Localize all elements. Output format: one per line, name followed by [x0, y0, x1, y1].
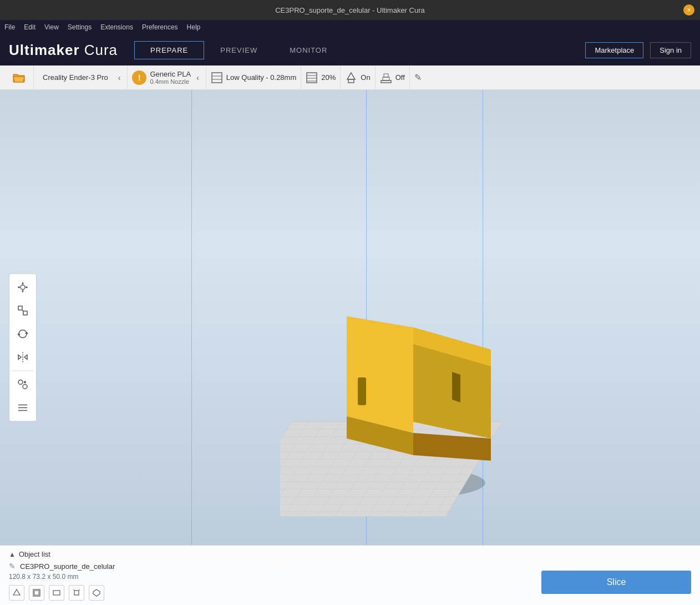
svg-line-49 [22, 310, 23, 311]
tab-monitor[interactable]: MONITOR [273, 41, 343, 59]
slice-button[interactable]: Slice [541, 571, 691, 594]
svg-marker-44 [22, 291, 24, 293]
menu-view[interactable]: View [44, 23, 59, 31]
right-view-icon [72, 588, 81, 597]
tab-preview[interactable]: PREVIEW [204, 41, 273, 59]
svg-rect-47 [18, 306, 22, 310]
object-name: CE3PRO_suporte_de_celular [20, 562, 115, 571]
svg-line-67 [79, 589, 80, 591]
printer-name: Creality Ender-3 Pro [38, 73, 113, 82]
material-info: Generic PLA 0.4mm Nozzle [150, 70, 191, 85]
tool-move[interactable] [12, 276, 34, 299]
mirror-icon [17, 351, 29, 364]
front-view-icon [52, 588, 61, 597]
scale-icon [17, 305, 29, 317]
guide-line-left [191, 90, 192, 605]
header-right: Marketplace Sign in [585, 42, 691, 58]
svg-marker-53 [18, 355, 21, 360]
infill-section: 20% [301, 65, 341, 89]
view-perspective[interactable] [9, 585, 24, 601]
svg-rect-11 [384, 74, 388, 77]
menubar: File Edit View Settings Extensions Prefe… [0, 20, 700, 34]
menu-file[interactable]: File [4, 23, 15, 31]
tool-rotate[interactable] [12, 323, 34, 345]
support-icon [345, 72, 357, 84]
left-toolbar [9, 274, 37, 422]
svg-marker-51 [17, 334, 21, 336]
header: Ultimaker Cura PREPARE PREVIEW MONITOR M… [0, 34, 700, 65]
printer-chevron[interactable]: ‹ [116, 71, 123, 84]
menu-help[interactable]: Help [187, 23, 201, 31]
adhesion-icon [380, 72, 392, 84]
printer-section: Creality Ender-3 Pro ‹ [34, 65, 128, 89]
toolbar: Creality Ender-3 Pro ‹ ! Generic PLA 0.4… [0, 65, 700, 90]
menu-preferences[interactable]: Preferences [142, 23, 178, 31]
view-front[interactable] [49, 585, 64, 601]
open-folder-button[interactable] [9, 68, 29, 88]
svg-rect-0 [212, 73, 222, 83]
permodel-icon [17, 379, 29, 391]
model-slot-left [358, 377, 366, 405]
svg-line-66 [73, 589, 74, 591]
tool-scale[interactable] [12, 300, 34, 322]
svg-marker-8 [347, 73, 355, 79]
edit-settings-button[interactable]: ✎ [414, 72, 422, 83]
tool-permodel[interactable] [12, 374, 34, 396]
tool-mirror[interactable] [12, 346, 34, 369]
support-section: On [341, 65, 375, 89]
view-right[interactable] [69, 585, 84, 601]
tool-separator [12, 371, 34, 371]
svg-rect-64 [53, 591, 60, 595]
menu-settings[interactable]: Settings [68, 23, 92, 31]
svg-rect-9 [381, 80, 391, 83]
perspective-icon [12, 588, 21, 597]
object-list-header[interactable]: ▲ Object list [9, 550, 691, 558]
edit-settings-section: ✎ [410, 65, 426, 89]
view-top[interactable] [29, 585, 44, 601]
view-3d[interactable] [89, 585, 104, 601]
viewport: ▲ Object list ✎ CE3PRO_suporte_de_celula… [0, 90, 700, 605]
3d-view-icon [92, 588, 101, 597]
infill-percentage: 20% [321, 73, 336, 82]
layers-icon [17, 402, 29, 414]
object-edit-icon[interactable]: ✎ [9, 562, 16, 571]
svg-rect-10 [383, 77, 389, 80]
open-file-section [4, 65, 34, 89]
svg-marker-45 [18, 286, 19, 289]
marketplace-button[interactable]: Marketplace [585, 42, 643, 58]
svg-point-38 [21, 285, 25, 290]
svg-marker-50 [25, 332, 28, 334]
model-slot-right [452, 372, 460, 402]
close-button[interactable]: × [683, 4, 694, 16]
material-name: Generic PLA [150, 70, 191, 78]
menu-edit[interactable]: Edit [24, 23, 35, 31]
quality-icon [211, 72, 223, 84]
svg-point-56 [23, 385, 27, 389]
svg-rect-48 [23, 311, 27, 315]
material-chevron[interactable]: ‹ [194, 71, 201, 84]
material-warning-icon: ! [132, 70, 146, 85]
svg-marker-68 [93, 589, 100, 596]
rotate-icon [17, 328, 29, 340]
svg-point-57 [24, 381, 26, 384]
material-nozzle: 0.4mm Nozzle [150, 78, 191, 85]
adhesion-section: Off [376, 65, 410, 89]
nav-tabs: PREPARE PREVIEW MONITOR [134, 41, 343, 59]
svg-rect-65 [74, 591, 79, 595]
tool-layers[interactable] [12, 397, 34, 419]
window-title: CE3PRO_suporte_de_celular - Ultimaker Cu… [275, 6, 425, 14]
infill-icon [306, 72, 318, 84]
quality-section: Low Quality - 0.28mm [206, 65, 301, 89]
folder-icon [12, 72, 26, 83]
svg-point-55 [18, 380, 23, 385]
quality-label: Low Quality - 0.28mm [226, 73, 296, 82]
signin-button[interactable]: Sign in [650, 42, 691, 58]
menu-extensions[interactable]: Extensions [100, 23, 133, 31]
canvas-area[interactable]: ▲ Object list ✎ CE3PRO_suporte_de_celula… [0, 90, 700, 605]
tab-prepare[interactable]: PREPARE [134, 41, 204, 59]
model-front-face [347, 316, 413, 433]
adhesion-status: Off [395, 73, 405, 82]
material-section: ! Generic PLA 0.4mm Nozzle ‹ [128, 65, 206, 89]
object-list-label: Object list [19, 550, 50, 558]
3d-model [280, 283, 513, 516]
